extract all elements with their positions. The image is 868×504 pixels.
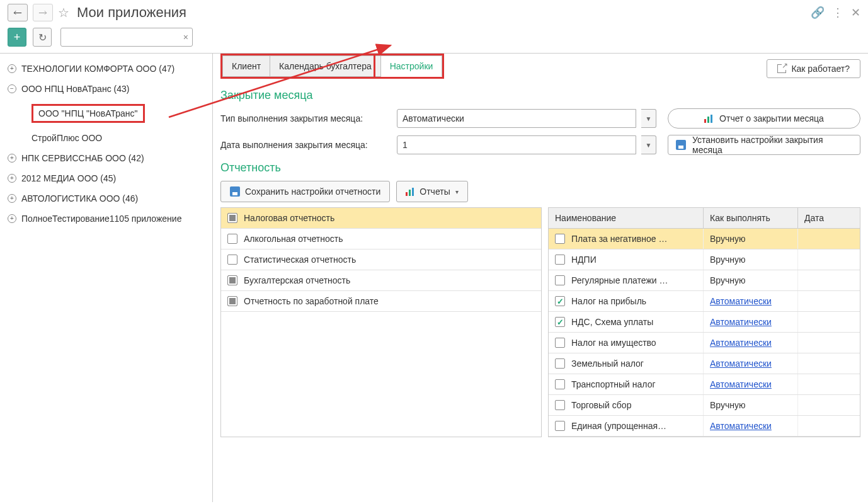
sidebar-item[interactable]: ООО "НПЦ "НовАТранс" <box>0 99 212 128</box>
expand-icon[interactable]: + <box>8 174 16 183</box>
sidebar-item[interactable]: СтройПлюс ООО <box>0 128 212 148</box>
table-row[interactable]: НДС, Схема уплатыАвтоматически <box>549 312 860 333</box>
sidebar-item[interactable]: +ПолноеТестирование1105 приложение <box>0 209 212 229</box>
item-how[interactable]: Автоматически <box>710 421 772 431</box>
search-clear-icon[interactable]: × <box>183 32 188 42</box>
closing-type-dropdown-icon[interactable]: ▼ <box>641 109 656 128</box>
checkbox-icon[interactable] <box>227 213 237 223</box>
item-date <box>798 312 860 332</box>
how-it-works-button[interactable]: Как работает? <box>767 59 860 78</box>
th-name[interactable]: Наименование <box>549 208 704 228</box>
sidebar-item-label: НПК СЕРВИССНАБ ООО (42) <box>21 153 144 163</box>
close-icon[interactable]: ✕ <box>851 6 860 20</box>
table-row[interactable]: Торговый сборВручную <box>549 395 860 416</box>
favorite-star-icon[interactable]: ☆ <box>58 5 69 20</box>
table-row[interactable]: Земельный налогАвтоматически <box>549 353 860 374</box>
checkbox-icon[interactable] <box>555 338 565 348</box>
link-icon[interactable]: 🔗 <box>811 6 825 20</box>
item-date <box>798 270 860 290</box>
item-date <box>798 395 860 415</box>
checkbox-icon[interactable] <box>555 421 565 431</box>
closing-save-button[interactable]: Установить настройки закрытия месяца <box>668 135 860 155</box>
checkbox-icon[interactable] <box>555 317 565 327</box>
table-row[interactable]: Алкогольная отчетность <box>221 229 541 249</box>
table-header: Наименование Как выполнять Дата <box>549 208 860 229</box>
sidebar-item[interactable]: +2012 МЕДИА ООО (45) <box>0 168 212 188</box>
table-row[interactable]: Единая (упрощенная…Автоматически <box>549 416 860 437</box>
th-date[interactable]: Дата <box>798 208 860 228</box>
table-row[interactable]: Налог на прибыльАвтоматически <box>549 291 860 312</box>
report-icon <box>406 187 414 196</box>
sidebar-item[interactable]: +АВТОЛОГИСТИКА ООО (46) <box>0 188 212 209</box>
item-date <box>798 333 860 353</box>
item-how[interactable]: Автоматически <box>710 338 772 348</box>
checkbox-icon[interactable] <box>555 400 565 410</box>
checkbox-icon[interactable] <box>227 275 237 285</box>
item-how: Вручную <box>710 275 746 285</box>
save-icon <box>230 186 240 197</box>
external-link-icon <box>777 64 786 73</box>
table-row[interactable]: Плата за негативное …Вручную <box>549 229 860 249</box>
how-it-works-label: Как работает? <box>791 64 850 74</box>
refresh-button[interactable]: ↻ <box>33 28 52 47</box>
add-button[interactable]: + <box>8 28 26 47</box>
save-reporting-button[interactable]: Сохранить настройки отчетности <box>220 181 390 202</box>
item-how[interactable]: Автоматически <box>710 379 772 389</box>
table-row[interactable]: Регулярные платежи …Вручную <box>549 270 860 291</box>
item-date <box>798 229 860 249</box>
nav-forward-button[interactable]: 🡒 <box>33 4 53 21</box>
checkbox-icon[interactable] <box>227 255 237 265</box>
item-how[interactable]: Автоматически <box>710 296 772 306</box>
reporting-items-table: Наименование Как выполнять Дата Плата за… <box>548 207 860 437</box>
expand-icon[interactable]: + <box>8 154 16 163</box>
sidebar-item-label: СтройПлюс ООО <box>31 133 102 143</box>
closing-date-input[interactable]: 1 <box>397 135 636 154</box>
checkbox-icon[interactable] <box>227 234 237 244</box>
sidebar-item-label: 2012 МЕДИА ООО (45) <box>21 173 116 183</box>
closing-section-title: Закрытие месяца <box>220 89 860 102</box>
sidebar-item[interactable]: +ТЕХНОЛОГИИ КОМФОРТА ООО (47) <box>0 59 212 79</box>
table-header-row[interactable]: Налоговая отчетность <box>221 208 541 229</box>
table-row[interactable]: Налог на имуществоАвтоматически <box>549 333 860 353</box>
category-label: Статистическая отчетность <box>244 255 356 265</box>
checkbox-icon[interactable] <box>555 296 565 306</box>
th-how[interactable]: Как выполнять <box>704 208 798 228</box>
closing-date-dropdown-icon[interactable]: ▼ <box>641 135 656 154</box>
item-name: Единая (упрощенная… <box>571 421 666 431</box>
expand-icon[interactable]: + <box>8 194 16 203</box>
tab-calendar[interactable]: Календарь бухгалтера <box>270 55 381 77</box>
sidebar-item-label: АВТОЛОГИСТИКА ООО (46) <box>21 193 138 203</box>
closing-type-input[interactable]: Автоматически <box>397 109 636 128</box>
tab-settings[interactable]: Настройки <box>381 55 443 77</box>
more-menu-icon[interactable]: ⋮ <box>832 6 843 20</box>
checkbox-icon[interactable] <box>555 379 565 389</box>
nav-back-button[interactable]: 🡐 <box>8 4 28 21</box>
sidebar-item-label: ПолноеТестирование1105 приложение <box>21 214 181 224</box>
tab-client[interactable]: Клиент <box>222 55 270 77</box>
item-name: Земельный налог <box>571 358 644 369</box>
checkbox-icon[interactable] <box>555 358 565 369</box>
expand-icon[interactable]: + <box>8 64 16 73</box>
reports-label: Отчеты <box>420 186 450 197</box>
table-row[interactable]: Отчетность по заработной плате <box>221 291 541 312</box>
expand-icon[interactable]: + <box>8 214 16 223</box>
save-icon <box>676 140 686 150</box>
checkbox-icon[interactable] <box>555 275 565 285</box>
item-how[interactable]: Автоматически <box>710 358 772 369</box>
checkbox-icon[interactable] <box>555 234 565 244</box>
closing-report-button[interactable]: Отчет о закрытии месяца <box>668 108 860 129</box>
table-row[interactable]: НДПИВручную <box>549 249 860 270</box>
sidebar-item[interactable]: +НПК СЕРВИССНАБ ООО (42) <box>0 148 212 168</box>
item-how[interactable]: Автоматически <box>710 317 772 327</box>
table-row[interactable]: Бухгалтерская отчетность <box>221 270 541 291</box>
table-row[interactable]: Статистическая отчетность <box>221 249 541 270</box>
closing-report-label: Отчет о закрытии месяца <box>719 113 824 123</box>
collapse-icon[interactable]: − <box>8 84 16 93</box>
sidebar-item[interactable]: −ООО НПЦ НовАТранс (43) <box>0 79 212 99</box>
checkbox-icon[interactable] <box>227 296 237 306</box>
closing-save-label: Установить настройки закрытия месяца <box>692 135 852 155</box>
checkbox-icon[interactable] <box>555 255 565 265</box>
reports-dropdown-button[interactable]: Отчеты ▾ <box>396 181 467 202</box>
table-row[interactable]: Транспортный налогАвтоматически <box>549 374 860 395</box>
search-input[interactable]: × <box>60 28 193 47</box>
